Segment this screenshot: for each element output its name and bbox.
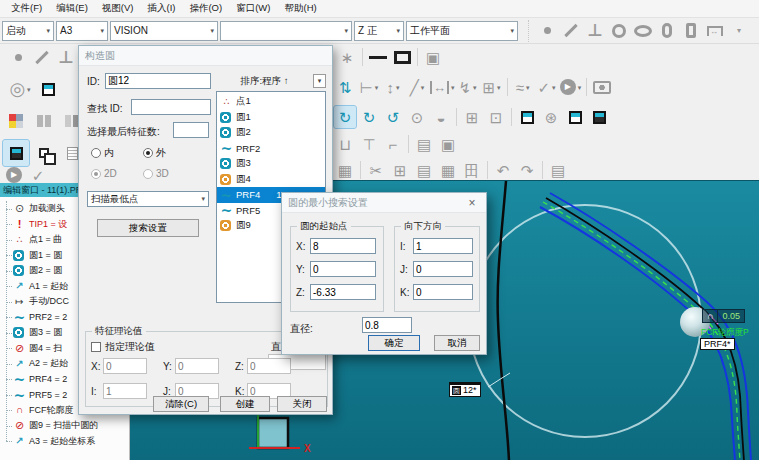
redo-icon[interactable]: ↷ xyxy=(516,159,538,181)
rotate-view-icon[interactable]: ↻ xyxy=(334,106,356,128)
line-style-icon[interactable] xyxy=(367,46,389,68)
cad-highlight-icon[interactable] xyxy=(516,106,538,128)
modal-i-input[interactable] xyxy=(413,238,473,254)
probe-combo[interactable]: A3▾ xyxy=(56,21,108,41)
feature-list-item[interactable]: PRF2 xyxy=(217,141,325,157)
chevron-down-icon[interactable]: ▾ xyxy=(396,27,400,35)
dropdown-caret-icon[interactable]: ▾ xyxy=(473,84,477,91)
menu-operate[interactable]: 操作(O) xyxy=(182,0,229,17)
modal-k-input[interactable] xyxy=(413,284,473,300)
cad-dark-view-icon[interactable] xyxy=(588,106,610,128)
zoom-selection-icon[interactable]: ⊡ xyxy=(485,106,507,128)
point-construct-icon[interactable] xyxy=(7,46,29,68)
camera-icon[interactable] xyxy=(591,76,613,98)
toolbar-overflow-icon[interactable]: ▾ xyxy=(728,20,750,42)
dropdown-caret-icon[interactable]: ▾ xyxy=(552,84,556,91)
snap-grid-icon[interactable]: ∗ xyxy=(336,46,358,68)
probe-angle-icon[interactable]: ◒ xyxy=(430,106,452,128)
perpendicular-feature-icon[interactable]: ⊥ xyxy=(584,20,606,42)
chevron-down-icon[interactable]: ▾ xyxy=(210,27,214,35)
mode-combo[interactable]: 启动▾ xyxy=(2,21,54,41)
id-input[interactable] xyxy=(105,73,211,89)
chevron-down-icon[interactable]: ▾ xyxy=(46,27,50,35)
dialog-titlebar[interactable]: 构造圆 xyxy=(79,46,332,66)
method-combo[interactable]: 扫描最低点 ▾ xyxy=(87,191,209,207)
perpendicular-construct-icon[interactable]: ⊥ xyxy=(55,46,77,68)
probe-t-icon[interactable]: ⊤ xyxy=(358,133,380,155)
feature-list-item[interactable]: 圆3 xyxy=(217,156,325,172)
modal-y-input[interactable] xyxy=(310,261,376,277)
workplane-combo[interactable]: 工作平面▾ xyxy=(406,21,518,41)
run-icon[interactable]: ▶▾ xyxy=(560,76,582,98)
save-layout-icon[interactable]: ▣ xyxy=(422,46,444,68)
transform-tool-icon[interactable]: ↯▾ xyxy=(457,76,479,98)
tree-item[interactable]: A3 = 起始坐标系 xyxy=(0,434,129,450)
window-layout-icon[interactable] xyxy=(3,108,29,134)
modal-titlebar[interactable]: 圆的最小搜索设置 × xyxy=(282,193,486,213)
find-id-input[interactable] xyxy=(131,99,211,115)
sort-dropdown-icon[interactable]: ▾ xyxy=(313,74,326,88)
chevron-down-icon[interactable]: ▾ xyxy=(510,27,514,35)
create-button[interactable]: 创建 xyxy=(220,396,270,412)
modal-j-input[interactable] xyxy=(413,261,473,277)
dropdown-caret-icon[interactable]: ▾ xyxy=(451,84,455,91)
round-slot-feature-icon[interactable] xyxy=(656,20,678,42)
undo-icon[interactable]: ↶ xyxy=(492,159,514,181)
probe-axis-gear-icon[interactable]: ⇅ xyxy=(334,76,356,98)
dropdown-caret-icon[interactable]: ▾ xyxy=(396,84,400,91)
path-settings-icon[interactable]: ≈▾ xyxy=(512,76,534,98)
chevron-down-icon[interactable]: ▾ xyxy=(100,27,104,35)
dropdown-caret-icon[interactable]: ▾ xyxy=(526,84,530,91)
modal-z-input[interactable] xyxy=(310,284,376,300)
ok-button[interactable]: 确定 xyxy=(368,335,420,351)
close-button[interactable]: 关闭 xyxy=(277,396,327,412)
workplane-axis-combo[interactable]: Z 正▾ xyxy=(354,21,404,41)
radio-inner[interactable]: 内 xyxy=(91,146,114,160)
z-input[interactable] xyxy=(247,358,291,374)
point-feature-icon[interactable] xyxy=(536,20,558,42)
chevron-down-icon[interactable]: ▾ xyxy=(344,27,348,35)
probe-mode-icon[interactable]: ◎▾ xyxy=(7,76,33,102)
modal-x-input[interactable] xyxy=(310,238,376,254)
fcf-profile-frame[interactable]: ∩ 0.05 xyxy=(702,309,745,323)
menu-insert[interactable]: 插入(I) xyxy=(140,0,182,17)
page-shield-icon[interactable]: ▤ xyxy=(413,133,435,155)
tip-combo[interactable]: ▾ xyxy=(220,21,352,41)
dropdown-caret-icon[interactable]: ▾ xyxy=(497,84,501,91)
solid-view-icon[interactable] xyxy=(3,140,29,166)
clearance-cube-icon[interactable]: ⊔ xyxy=(334,133,356,155)
menu-file[interactable]: 文件(F) xyxy=(4,0,49,17)
width-feature-icon[interactable] xyxy=(704,20,726,42)
probe-toolbox-icon[interactable]: ⊢▾ xyxy=(358,76,380,98)
last-features-input[interactable] xyxy=(173,122,209,138)
modal-diameter-input[interactable] xyxy=(362,317,412,333)
cad-transform-icon[interactable]: ⊛ xyxy=(540,106,562,128)
assign-theoretical-checkbox[interactable]: 指定理论值 xyxy=(91,340,155,354)
cad-settings-icon[interactable] xyxy=(564,106,586,128)
line-construct-icon[interactable] xyxy=(31,46,53,68)
feature-list-item[interactable]: 圆4 xyxy=(217,172,325,188)
rotate-circle-icon[interactable]: ↻ xyxy=(358,106,380,128)
tree-item[interactable]: 圆9 = 扫描中圆的 xyxy=(0,418,129,434)
paste-icon[interactable]: ▤ xyxy=(413,159,435,181)
feature-list-item[interactable]: 点1 xyxy=(217,94,325,110)
verify-icon[interactable]: ✓▾ xyxy=(536,76,558,98)
x-input[interactable] xyxy=(103,358,147,374)
distance-tool-icon[interactable]: ↔▾ xyxy=(430,76,455,98)
copy-window-icon[interactable]: ⊞▾ xyxy=(481,76,503,98)
close-icon[interactable]: × xyxy=(464,196,480,210)
search-settings-button[interactable]: 搜索设置 xyxy=(97,219,199,237)
print-icon[interactable]: ▤ xyxy=(547,159,569,181)
circle-feature-icon[interactable] xyxy=(608,20,630,42)
dropdown-caret-icon[interactable]: ▾ xyxy=(27,86,31,93)
wireframe-cube-icon[interactable] xyxy=(35,76,61,102)
dropdown-caret-icon[interactable]: ▾ xyxy=(375,84,379,91)
feature-list-item[interactable]: 圆1 xyxy=(217,110,325,126)
prf4-feature-label[interactable]: PRF4* xyxy=(700,338,735,350)
dropdown-caret-icon[interactable]: ▾ xyxy=(578,84,582,91)
square-slot-feature-icon[interactable] xyxy=(680,20,702,42)
grid-settings-icon[interactable]: ▦ xyxy=(437,159,459,181)
cut-icon[interactable]: ✂ xyxy=(365,159,387,181)
feature-pin-icon[interactable]: ↕▾ xyxy=(382,76,404,98)
sensor-combo[interactable]: VISION▾ xyxy=(110,21,218,41)
